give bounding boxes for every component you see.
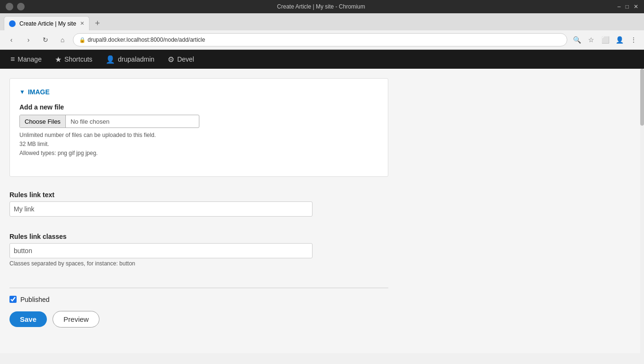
file-hint-line2: 32 MB limit.: [19, 140, 378, 149]
rules-link-classes-description: Classes separated by spaces, for instanc…: [9, 260, 388, 267]
os-window-buttons[interactable]: – □ ✕: [617, 3, 638, 10]
scrollbar-thumb[interactable]: [640, 69, 644, 126]
lock-icon: 🔒: [79, 37, 86, 43]
rules-link-text-group: Rules link text: [9, 191, 388, 224]
search-icon[interactable]: 🔍: [571, 34, 582, 46]
file-upload-hint: Unlimited number of files can be uploade…: [19, 131, 378, 158]
devel-icon: ⚙: [168, 55, 174, 64]
address-bar: ‹ › ↻ ⌂ 🔒 drupal9.docker.localhost:8000/…: [0, 30, 644, 49]
tab-label: Create Article | My site: [19, 20, 76, 27]
os-window-controls: [6, 3, 25, 10]
extensions-icon[interactable]: ⬜: [599, 34, 611, 46]
save-button[interactable]: Save: [9, 311, 47, 327]
user-icon: 👤: [106, 55, 115, 64]
add-file-label: Add a new file: [19, 103, 378, 111]
rules-link-classes-label: Rules link classes: [9, 233, 388, 240]
new-tab-button[interactable]: +: [90, 16, 105, 30]
rules-link-text-input[interactable]: [9, 201, 313, 217]
no-file-chosen-text: No file chosen: [66, 118, 199, 125]
minimize-icon[interactable]: –: [617, 3, 621, 10]
browser-toolbar-icons: 🔍 ☆ ⬜ 👤 ⋮: [571, 34, 639, 46]
toolbar-devel-label: Devel: [177, 55, 194, 63]
window-title: Create Article | My site - Chromium: [25, 3, 617, 10]
toolbar-manage[interactable]: ≡ Manage: [4, 50, 48, 69]
os-icon: [6, 3, 13, 10]
toolbar-manage-label: Manage: [18, 55, 42, 63]
section-arrow-icon[interactable]: ▼: [19, 89, 25, 95]
rules-link-classes-group: Rules link classes Classes separated by …: [9, 233, 388, 267]
os-titlebar: Create Article | My site - Chromium – □ …: [0, 0, 644, 13]
toolbar-shortcuts[interactable]: ★ Shortcuts: [48, 50, 99, 69]
forward-button[interactable]: ›: [22, 33, 35, 46]
browser-content: ▼ IMAGE Add a new file Choose Files No f…: [0, 69, 644, 364]
image-section-label: IMAGE: [28, 88, 50, 96]
rules-link-text-label: Rules link text: [9, 191, 388, 199]
profile-icon[interactable]: 👤: [614, 34, 625, 46]
toolbar-user-label: drupaladmin: [118, 55, 154, 63]
toolbar-devel[interactable]: ⚙ Devel: [161, 50, 201, 69]
active-tab[interactable]: Create Article | My site ✕: [4, 16, 89, 30]
published-row: Published: [9, 296, 635, 303]
tab-bar: Create Article | My site ✕ +: [0, 13, 644, 30]
manage-icon: ≡: [10, 55, 15, 64]
published-label: Published: [20, 296, 50, 303]
file-upload-group: Add a new file Choose Files No file chos…: [19, 103, 378, 158]
drupal-toolbar: ≡ Manage ★ Shortcuts 👤 drupaladmin ⚙ Dev…: [0, 50, 644, 69]
choose-files-button[interactable]: Choose Files: [20, 115, 66, 127]
close-icon[interactable]: ✕: [634, 3, 638, 10]
toolbar-shortcuts-label: Shortcuts: [64, 55, 92, 63]
file-input-wrapper: Choose Files No file chosen: [19, 115, 199, 128]
tab-close-button[interactable]: ✕: [80, 20, 84, 27]
url-bar[interactable]: 🔒 drupal9.docker.localhost:8000/node/add…: [73, 33, 567, 46]
image-section-title: ▼ IMAGE: [19, 88, 378, 96]
reload-button[interactable]: ↻: [39, 33, 52, 46]
preview-button[interactable]: Preview: [53, 311, 99, 328]
os-icon2: [17, 3, 25, 10]
rules-link-classes-input[interactable]: [9, 243, 313, 258]
tab-favicon: [9, 20, 16, 27]
page-content: ▼ IMAGE Add a new file Choose Files No f…: [0, 69, 644, 353]
image-section: ▼ IMAGE Add a new file Choose Files No f…: [9, 78, 388, 177]
maximize-icon[interactable]: □: [626, 3, 629, 10]
url-text: drupal9.docker.localhost:8000/node/add/a…: [88, 36, 205, 43]
file-hint-line3: Allowed types: png gif jpg jpeg.: [19, 149, 378, 158]
browser-chrome: Create Article | My site ✕ + ‹ › ↻ ⌂ 🔒 d…: [0, 13, 644, 50]
shortcuts-icon: ★: [55, 55, 62, 64]
published-checkbox[interactable]: [9, 296, 17, 303]
form-buttons: Save Preview: [9, 311, 635, 328]
back-button[interactable]: ‹: [5, 33, 18, 46]
form-divider: [9, 288, 388, 288]
scrollbar-track[interactable]: [640, 69, 644, 364]
file-hint-line1: Unlimited number of files can be uploade…: [19, 131, 378, 140]
toolbar-user[interactable]: 👤 drupaladmin: [99, 50, 161, 69]
home-button[interactable]: ⌂: [56, 33, 69, 46]
bookmark-icon[interactable]: ☆: [585, 34, 597, 46]
menu-icon[interactable]: ⋮: [628, 34, 639, 46]
rules-section: Rules link text Rules link classes Class…: [9, 186, 388, 280]
